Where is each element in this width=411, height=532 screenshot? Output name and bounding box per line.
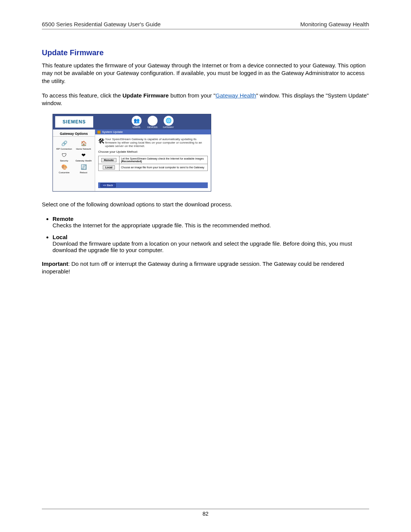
sidebar-item-security[interactable]: 🛡Security <box>54 151 74 162</box>
sidebar-item-isp-connection[interactable]: 🔗ISP Connection <box>54 139 74 150</box>
list-item: Remote Checks the Internet for the appro… <box>53 216 369 228</box>
content-title-bar: System Update <box>95 129 211 134</box>
remote-description: Let the SpeedStream Gateway check the In… <box>119 156 208 164</box>
bullet-remote-body: Checks the Internet for the appropriate … <box>53 222 271 228</box>
page-footer: 82 <box>42 509 369 517</box>
back-button[interactable]: << Back <box>100 183 116 187</box>
tab-gateway[interactable]: 🌐 GATEWAY <box>161 116 176 128</box>
remote-button[interactable]: Remote <box>101 158 116 162</box>
update-description: Your SpeedStream Gateway is capable of a… <box>105 137 208 148</box>
sidebar-item-gateway-health[interactable]: ❤Gateway Health <box>74 151 93 162</box>
home-network-icon: 🏠 <box>80 139 88 147</box>
list-item: Local Download the firmware update from … <box>53 234 369 253</box>
choose-label: Choose your Update Method: <box>98 150 208 153</box>
users-icon: 👥 <box>132 116 142 126</box>
page-header: 6500 Series Residential Gateway User's G… <box>42 21 369 29</box>
sidebar-item-reboot[interactable]: 🔄Reboot <box>74 163 93 174</box>
gateway-health-icon: ❤ <box>80 151 88 159</box>
table-row: Remote Let the SpeedStream Gateway check… <box>99 156 208 164</box>
gateway-health-link[interactable]: Gateway Health <box>215 92 256 99</box>
local-description: Choose an image file from your local com… <box>119 164 208 171</box>
devices-icon: ⚙ <box>148 116 158 126</box>
customize-icon: 🎨 <box>60 163 68 171</box>
isp-icon: 🔗 <box>60 139 68 147</box>
bullet-local-title: Local <box>53 234 67 240</box>
system-update-screenshot: SIEMENS 👥 USERS ⚙ DEVICES 🌐 GATEWAY Gate… <box>53 114 211 192</box>
section-title: Update Firmware <box>42 48 369 57</box>
page-number: 82 <box>202 511 209 517</box>
bullet-remote-title: Remote <box>53 216 73 222</box>
tab-devices[interactable]: ⚙ DEVICES <box>145 116 160 128</box>
intro-paragraph-1: This feature updates the firmware of you… <box>42 62 369 85</box>
header-left: 6500 Series Residential Gateway User's G… <box>42 21 161 27</box>
sidebar-title: Gateway Options <box>53 129 95 137</box>
security-icon: 🛡 <box>60 151 68 159</box>
header-right: Monitoring Gateway Health <box>300 21 369 27</box>
sidebar-item-home-network[interactable]: 🏠Home Network <box>74 139 93 150</box>
local-button[interactable]: Local <box>103 165 115 169</box>
tab-users[interactable]: 👥 USERS <box>129 116 144 128</box>
important-note: Important: Do not turn off or interrupt … <box>42 260 369 276</box>
table-row: Local Choose an image file from your loc… <box>99 164 208 171</box>
intro-paragraph-2: To access this feature, click the Update… <box>42 92 369 107</box>
sidebar-item-customize[interactable]: 🎨Customize <box>54 163 74 174</box>
siemens-logo: SIEMENS <box>54 115 94 128</box>
bullet-local-body: Download the firmware update from a loca… <box>53 240 352 253</box>
gateway-icon: 🌐 <box>164 116 174 126</box>
update-icon: 🛠 <box>98 137 105 148</box>
update-method-table: Remote Let the SpeedStream Gateway check… <box>98 156 208 171</box>
reboot-icon: 🔄 <box>80 163 88 171</box>
title-bar-icon <box>97 131 100 134</box>
select-paragraph: Select one of the following download opt… <box>42 201 369 208</box>
